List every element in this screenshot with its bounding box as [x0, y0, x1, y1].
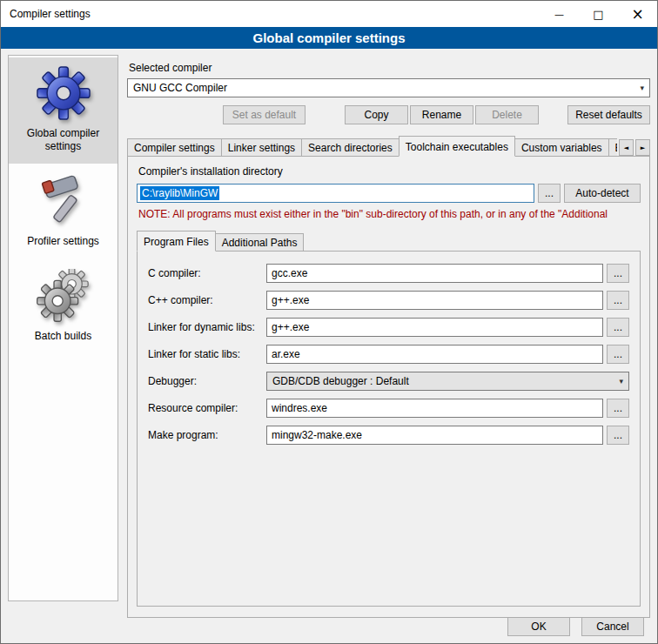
field-label: Resource compiler: — [148, 402, 266, 414]
dialog-footer: OK Cancel — [507, 617, 644, 636]
form-row-dynamic-linker: Linker for dynamic libs: ... — [148, 318, 629, 337]
tab-linker-settings[interactable]: Linker settings — [221, 138, 302, 157]
chevron-down-icon: ▾ — [619, 377, 623, 386]
field-label: Debugger: — [148, 375, 266, 387]
field-label: C compiler: — [148, 267, 266, 279]
selected-compiler-label: Selected compiler — [129, 62, 650, 74]
installation-directory-row: C:\raylib\MinGW ... Auto-detect — [137, 184, 641, 203]
compiler-actions: Set as default Copy Rename Delete Reset … — [127, 105, 650, 124]
tab-search-directories[interactable]: Search directories — [301, 138, 400, 157]
dialog-heading: Global compiler settings — [1, 27, 657, 49]
sidebar-item-batch-builds[interactable]: Batch builds — [9, 260, 118, 353]
sidebar-item-label: Batch builds — [35, 330, 91, 343]
browse-directory-button[interactable]: ... — [538, 184, 561, 203]
browse-cpp-compiler-button[interactable]: ... — [607, 291, 629, 310]
minimize-icon: — — [554, 9, 564, 20]
program-files-page: C compiler: ... C++ compiler: ... Linker… — [137, 251, 641, 607]
tabs-container: Compiler settings Linker settings Search… — [127, 136, 617, 157]
arrow-right-icon: ► — [641, 144, 645, 151]
c-compiler-input[interactable] — [266, 264, 603, 283]
set-as-default-button: Set as default — [223, 105, 306, 124]
field-label: Make program: — [148, 429, 266, 441]
browse-make-program-button[interactable]: ... — [607, 426, 629, 445]
settings-tabstrip: Compiler settings Linker settings Search… — [127, 136, 650, 157]
tab-scroll-right-button[interactable]: ► — [635, 139, 650, 156]
sidebar-item-label: Profiler settings — [27, 235, 99, 248]
browse-static-linker-button[interactable]: ... — [607, 345, 629, 364]
form-row-c-compiler: C compiler: ... — [148, 264, 629, 283]
close-button[interactable]: × — [618, 1, 657, 27]
settings-category-list: Global compiler settings Profiler settin… — [8, 55, 118, 601]
compiler-settings-window: Compiler settings — □ × Global compiler … — [0, 0, 658, 644]
selected-compiler-select[interactable]: GNU GCC Compiler ▾ — [127, 78, 650, 97]
copy-button[interactable]: Copy — [345, 105, 408, 124]
resource-compiler-input[interactable] — [266, 399, 603, 418]
reset-defaults-button[interactable]: Reset defaults — [567, 105, 650, 124]
form-row-resource-compiler: Resource compiler: ... — [148, 399, 629, 418]
tab-compiler-settings[interactable]: Compiler settings — [127, 138, 222, 157]
inner-tabs-container: Program Files Additional Paths — [137, 231, 641, 252]
installation-directory-label: Compiler's installation directory — [138, 165, 641, 178]
minimize-button[interactable]: — — [540, 1, 579, 27]
sidebar-item-label: Global compiler settings — [12, 127, 114, 153]
program-files-tabstrip: Program Files Additional Paths — [137, 231, 641, 252]
cpp-compiler-input[interactable] — [266, 291, 603, 310]
batch-builds-gears-icon — [37, 269, 91, 323]
browse-dynamic-linker-button[interactable]: ... — [607, 318, 629, 337]
main-panel: Selected compiler GNU GCC Compiler ▾ Set… — [127, 55, 650, 618]
form-row-debugger: Debugger: GDB/CDB debugger : Default ▾ — [148, 372, 629, 391]
gear-icon — [37, 66, 91, 120]
static-libs-linker-input[interactable] — [266, 345, 603, 364]
toolchain-executables-page: Compiler's installation directory C:\ray… — [127, 156, 650, 618]
maximize-button[interactable]: □ — [579, 1, 618, 27]
browse-resource-compiler-button[interactable]: ... — [607, 399, 629, 418]
field-label: Linker for static libs: — [148, 348, 266, 360]
tab-program-files[interactable]: Program Files — [137, 231, 216, 252]
ok-button[interactable]: OK — [507, 617, 570, 636]
field-label: C++ compiler: — [148, 294, 266, 306]
maximize-icon: □ — [593, 8, 603, 21]
field-label: Linker for dynamic libs: — [148, 321, 266, 333]
debugger-select[interactable]: GDB/CDB debugger : Default ▾ — [266, 372, 629, 391]
window-title: Compiler settings — [1, 8, 540, 20]
tab-build-options[interactable]: Build — [608, 138, 617, 157]
chevron-down-icon: ▾ — [640, 84, 644, 92]
make-program-input[interactable] — [266, 426, 603, 445]
rename-button[interactable]: Rename — [410, 105, 473, 124]
selected-compiler-value: GNU GCC Compiler — [133, 82, 227, 94]
arrow-left-icon: ◄ — [624, 144, 628, 151]
installation-directory-selected-text: C:\raylib\MinGW — [140, 186, 219, 200]
tab-custom-variables[interactable]: Custom variables — [514, 138, 609, 157]
tab-toolchain-executables[interactable]: Toolchain executables — [399, 136, 515, 157]
form-row-static-linker: Linker for static libs: ... — [148, 345, 629, 364]
form-row-cpp-compiler: C++ compiler: ... — [148, 291, 629, 310]
installation-directory-input[interactable]: C:\raylib\MinGW — [137, 184, 534, 203]
sidebar-item-global-compiler-settings[interactable]: Global compiler settings — [9, 57, 118, 164]
browse-c-compiler-button[interactable]: ... — [607, 264, 629, 283]
dynamic-libs-linker-input[interactable] — [266, 318, 603, 337]
profiler-hammer-icon — [37, 174, 91, 228]
sidebar-item-profiler-settings[interactable]: Profiler settings — [9, 165, 118, 258]
cancel-button[interactable]: Cancel — [581, 617, 644, 636]
tab-additional-paths[interactable]: Additional Paths — [215, 233, 305, 252]
auto-detect-button[interactable]: Auto-detect — [564, 184, 641, 203]
tab-scroll-left-button[interactable]: ◄ — [619, 139, 634, 156]
form-row-make-program: Make program: ... — [148, 426, 629, 445]
delete-button: Delete — [475, 105, 539, 124]
debugger-value: GDB/CDB debugger : Default — [272, 375, 409, 387]
installation-note: NOTE: All programs must exist either in … — [138, 208, 641, 220]
close-icon: × — [631, 5, 643, 23]
titlebar: Compiler settings — □ × — [1, 1, 657, 27]
